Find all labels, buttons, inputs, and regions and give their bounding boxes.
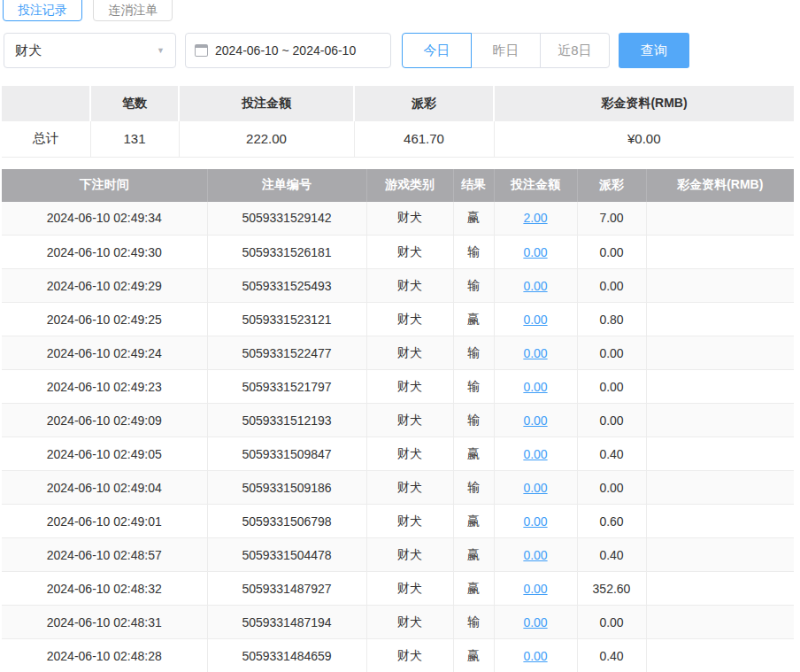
summary-table: 笔数 投注金额 派彩 彩金资料(RMB) 总计 131 222.00 461.7… [2, 86, 794, 158]
result: 输 [453, 606, 494, 639]
bet-amount-link[interactable]: 0.00 [523, 649, 547, 663]
game-select-value: 财犬 [15, 42, 42, 59]
game-type: 财犬 [366, 538, 453, 572]
bonus [646, 303, 794, 336]
bet-amount-link[interactable]: 0.00 [523, 615, 547, 630]
bet-amount-cell: 0.00 [494, 505, 577, 538]
bet-time: 2024-06-10 02:49:05 [2, 437, 207, 471]
summary-header-bet: 投注金额 [179, 86, 354, 121]
tab-cancelled-orders[interactable]: 连消注单 [93, 0, 173, 21]
date-range-input[interactable]: 2024-06-10 ~ 2024-06-10 [185, 33, 391, 68]
bet-amount-link[interactable]: 0.00 [523, 245, 547, 259]
order-id: 5059331521797 [207, 370, 366, 404]
bet-time: 2024-06-10 02:49:34 [2, 202, 207, 236]
bet-amount-link[interactable]: 0.00 [523, 313, 547, 327]
payout: 0.40 [577, 538, 646, 572]
filter-bar: 财犬 ▼ 2024-06-10 ~ 2024-06-10 今日 昨日 近8日 查… [4, 33, 800, 68]
summary-bonus-value: ¥0.00 [494, 121, 794, 157]
payout: 0.40 [577, 437, 646, 471]
bet-amount-cell: 0.00 [494, 639, 577, 672]
bet-amount-link[interactable]: 0.00 [523, 447, 547, 461]
bonus [646, 236, 794, 269]
bonus [646, 606, 794, 639]
bet-records-table: 下注时间 注单编号 游戏类别 结果 投注金额 派彩 彩金资料(RMB) 2024… [2, 169, 794, 672]
bet-amount-link[interactable]: 0.00 [523, 380, 547, 394]
bonus [646, 538, 794, 572]
game-type: 财犬 [366, 437, 453, 471]
bet-time: 2024-06-10 02:49:01 [2, 505, 207, 538]
game-type: 财犬 [366, 236, 453, 269]
bonus [646, 404, 794, 437]
result: 输 [453, 336, 494, 370]
bonus [646, 202, 794, 236]
bet-time: 2024-06-10 02:48:28 [2, 639, 207, 672]
bet-amount-cell: 0.00 [494, 404, 577, 437]
calendar-icon [195, 44, 208, 57]
game-type: 财犬 [366, 370, 453, 404]
result: 赢 [453, 437, 494, 471]
summary-bet-value: 222.00 [179, 121, 354, 157]
bet-time: 2024-06-10 02:49:24 [2, 336, 207, 370]
bet-time: 2024-06-10 02:49:25 [2, 303, 207, 336]
bonus [646, 639, 794, 672]
bonus [646, 471, 794, 505]
table-row: 2024-06-10 02:49:24 5059331522477 财犬 输 0… [2, 336, 794, 370]
order-id: 5059331525493 [207, 269, 366, 303]
game-select[interactable]: 财犬 ▼ [4, 33, 176, 68]
bet-time: 2024-06-10 02:48:32 [2, 572, 207, 606]
top-tabs: 投注记录 连消注单 [0, 0, 800, 23]
bet-time: 2024-06-10 02:49:29 [2, 269, 207, 303]
game-type: 财犬 [366, 471, 453, 505]
payout: 0.40 [577, 639, 646, 672]
result: 赢 [453, 639, 494, 672]
table-row: 2024-06-10 02:49:30 5059331526181 财犬 输 0… [2, 236, 794, 269]
bet-amount-cell: 0.00 [494, 471, 577, 505]
game-type: 财犬 [366, 572, 453, 606]
date-range-value: 2024-06-10 ~ 2024-06-10 [215, 43, 356, 58]
last8days-button[interactable]: 近8日 [540, 33, 610, 68]
bet-amount-link[interactable]: 0.00 [523, 279, 547, 293]
bet-amount-link[interactable]: 0.00 [523, 481, 547, 495]
payout: 0.00 [577, 236, 646, 269]
bet-amount-link[interactable]: 0.00 [523, 413, 547, 428]
bet-time: 2024-06-10 02:49:09 [2, 404, 207, 437]
bonus [646, 437, 794, 471]
bet-amount-link[interactable]: 0.00 [523, 582, 547, 596]
result: 赢 [453, 202, 494, 236]
summary-count-value: 131 [90, 121, 179, 157]
result: 输 [453, 370, 494, 404]
bet-amount-cell: 0.00 [494, 437, 577, 471]
bet-amount-link[interactable]: 0.00 [523, 548, 547, 562]
result: 赢 [453, 303, 494, 336]
bet-amount-cell: 0.00 [494, 269, 577, 303]
payout: 0.80 [577, 303, 646, 336]
search-button[interactable]: 查询 [619, 33, 689, 68]
bet-amount-cell: 0.00 [494, 538, 577, 572]
game-type: 财犬 [366, 336, 453, 370]
bet-amount-cell: 0.00 [494, 236, 577, 269]
table-row: 2024-06-10 02:49:25 5059331523121 财犬 赢 0… [2, 303, 794, 336]
summary-payout-value: 461.70 [354, 121, 494, 157]
bet-amount-cell: 0.00 [494, 303, 577, 336]
bet-time: 2024-06-10 02:48:57 [2, 538, 207, 572]
order-id: 5059331509186 [207, 471, 366, 505]
result: 输 [453, 269, 494, 303]
game-type: 财犬 [366, 269, 453, 303]
col-header-time: 下注时间 [2, 169, 207, 202]
table-row: 2024-06-10 02:49:04 5059331509186 财犬 输 0… [2, 471, 794, 505]
bet-amount-link[interactable]: 2.00 [523, 211, 547, 225]
bet-time: 2024-06-10 02:49:30 [2, 236, 207, 269]
today-button[interactable]: 今日 [402, 33, 472, 68]
game-type: 财犬 [366, 303, 453, 336]
bonus [646, 505, 794, 538]
order-id: 5059331509847 [207, 437, 366, 471]
result: 赢 [453, 572, 494, 606]
bet-amount-link[interactable]: 0.00 [523, 514, 547, 529]
bet-amount-link[interactable]: 0.00 [523, 346, 547, 360]
tab-bet-records[interactable]: 投注记录 [3, 0, 82, 21]
payout: 352.60 [577, 572, 646, 606]
payout: 0.60 [577, 505, 646, 538]
table-row: 2024-06-10 02:49:29 5059331525493 财犬 输 0… [2, 269, 794, 303]
table-row: 2024-06-10 02:48:28 5059331484659 财犬 赢 0… [2, 639, 794, 672]
yesterday-button[interactable]: 昨日 [471, 33, 541, 68]
